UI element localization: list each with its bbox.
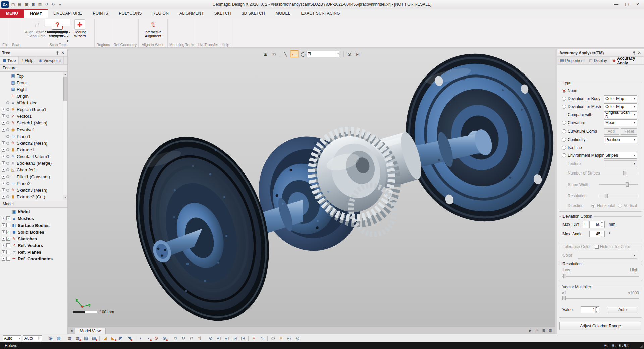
- curve-tool-icon[interactable]: ◖: [137, 335, 144, 342]
- radio-curvature[interactable]: [562, 121, 566, 125]
- pan-icon[interactable]: ⇄: [188, 335, 195, 342]
- radio-deviation-for-body[interactable]: [562, 97, 566, 101]
- zoom-tool-icon[interactable]: ⊙: [207, 335, 214, 342]
- model-item-hridel[interactable]: ▣ hřídel: [1, 208, 63, 215]
- expand-icon[interactable]: [2, 128, 5, 132]
- triangle-tool-icon[interactable]: ◢: [101, 335, 109, 342]
- fit-view-icon[interactable]: ⊡: [306, 51, 339, 57]
- scroll-down-icon[interactable]: ▼: [63, 195, 67, 200]
- tree-item-extrude1[interactable]: ▮ Extrude1: [1, 146, 63, 153]
- visibility-checkbox[interactable]: [6, 230, 10, 234]
- spline-icon[interactable]: ∿: [258, 335, 266, 342]
- expand-icon[interactable]: [2, 114, 5, 118]
- model-view-tab[interactable]: Model View: [75, 328, 106, 334]
- clock-icon[interactable]: ◵: [293, 335, 301, 342]
- zoom-icon[interactable]: ⊙: [345, 50, 354, 57]
- adjust-colorbar-range-button[interactable]: Adjust Colorbar Range: [559, 322, 641, 330]
- visibility-checkbox[interactable]: [6, 223, 10, 227]
- view-tab-close-icon[interactable]: ✕: [535, 329, 539, 332]
- swap-view-icon[interactable]: ⇆: [270, 50, 278, 57]
- 3d-viewport[interactable]: ◇▢◧◫◭⊞⇆▦╲▭◯△∿⊕⊖⊙◰⊡ 100 mm: [68, 49, 555, 327]
- radio-environment-mapping[interactable]: [562, 153, 566, 157]
- rotate-left-icon[interactable]: ↺: [172, 335, 179, 342]
- tab-livecapture[interactable]: LIVECAPTURE: [48, 9, 88, 18]
- radio-vertical[interactable]: [618, 204, 622, 208]
- model-item-sketches[interactable]: ✎ Sketches: [1, 235, 63, 242]
- model-item-ref-coordinates[interactable]: ✛ Ref. Coordinates: [1, 255, 63, 262]
- tree-scrollbar[interactable]: ▲ ▼: [63, 72, 67, 200]
- pin-icon[interactable]: [55, 50, 60, 56]
- expand-icon[interactable]: [2, 141, 5, 145]
- viewport-tool-icon[interactable]: [280, 51, 280, 57]
- tree-item-circular-pattern1[interactable]: ✳ Circular Pattern1: [1, 153, 63, 160]
- expand-icon[interactable]: [2, 237, 5, 241]
- expand-icon[interactable]: [2, 257, 5, 261]
- zoom-fit-icon[interactable]: ◱: [223, 335, 230, 342]
- tab-properties[interactable]: ▤Properties: [557, 57, 586, 64]
- tree-item-extrude2[interactable]: ▮ Extrude2 (Cut): [1, 193, 63, 200]
- new-view-icon[interactable]: ⊞: [541, 329, 546, 332]
- expand-icon[interactable]: [2, 188, 5, 192]
- environment-mapping-dropdown[interactable]: Stripes: [604, 152, 637, 159]
- minimize-button[interactable]: —: [611, 1, 621, 8]
- pattern-icon[interactable]: ✳: [277, 335, 285, 342]
- expand-icon[interactable]: [2, 244, 5, 247]
- expand-icon[interactable]: [2, 161, 5, 165]
- tab-menu[interactable]: MENU: [0, 9, 24, 18]
- curvature-dropdown[interactable]: Mean: [604, 119, 637, 126]
- globe-mode-icon[interactable]: ◍: [55, 335, 62, 342]
- close-button[interactable]: ✕: [633, 1, 643, 8]
- visibility-checkbox[interactable]: [6, 250, 10, 254]
- tab-tree[interactable]: ▦Tree: [0, 57, 19, 64]
- radio-none[interactable]: [562, 89, 566, 93]
- tree-item-chamfer1[interactable]: ◺ Chamfer1: [1, 166, 63, 173]
- save-icon[interactable]: ▣: [23, 1, 30, 7]
- maximize-button[interactable]: ▢: [622, 1, 632, 8]
- auto-button[interactable]: Auto: [608, 307, 637, 313]
- tree-item-plane2[interactable]: ▱ Plane2: [1, 180, 63, 187]
- interactive-alignment-button[interactable]: ⇅Interactive Alignment: [140, 19, 166, 38]
- zoom-area-icon[interactable]: ◰: [354, 50, 362, 57]
- vector-multiplier-slider[interactable]: [562, 295, 639, 301]
- continuity-dropdown[interactable]: Position: [604, 136, 637, 143]
- toolbar-icon[interactable]: [64, 336, 64, 341]
- face-tool-icon[interactable]: ◤: [117, 335, 125, 342]
- model-item-surface-bodies[interactable]: ◧ Surface Bodies: [1, 222, 63, 229]
- tab-region[interactable]: REGION: [147, 9, 174, 18]
- tree-item-hridel-dec[interactable]: ▲ hřídel_dec: [1, 99, 63, 106]
- expand-icon[interactable]: [2, 230, 5, 234]
- toolbar-icon[interactable]: [135, 336, 135, 341]
- rotate-right-icon[interactable]: ↻: [180, 335, 187, 342]
- spinner-arrows-icon[interactable]: [595, 307, 599, 313]
- selection-filter-combo-2[interactable]: Auto: [23, 335, 42, 341]
- max-dist-pre-field[interactable]: 1: [583, 221, 588, 228]
- visibility-checkbox[interactable]: [6, 216, 10, 220]
- target-icon[interactable]: ⌖: [250, 335, 258, 342]
- visibility-checkbox[interactable]: [6, 243, 10, 247]
- expand-icon[interactable]: [2, 195, 5, 199]
- select-mode-icon[interactable]: ◉: [47, 335, 54, 342]
- triangle-edit-icon[interactable]: ◣: [109, 335, 117, 342]
- tab-exact-surfacing[interactable]: EXACT SURFACING: [296, 9, 345, 18]
- resolution-quality-slider[interactable]: [562, 273, 639, 279]
- tab-3d-sketch[interactable]: 3D SKETCH: [236, 9, 270, 18]
- zoom-all-icon[interactable]: ◳: [239, 335, 247, 342]
- expand-icon[interactable]: [2, 175, 5, 179]
- expand-icon[interactable]: [2, 108, 5, 111]
- mesh-display-icon[interactable]: ▦: [66, 335, 73, 342]
- capture-view-icon[interactable]: ⊞: [261, 50, 270, 57]
- toolbar-icon[interactable]: [170, 336, 170, 341]
- resolution-slider[interactable]: [599, 193, 638, 199]
- expand-icon[interactable]: [2, 155, 5, 158]
- expand-icon[interactable]: [2, 168, 5, 172]
- scrollbar-thumb[interactable]: [63, 77, 67, 101]
- context-help-button[interactable]: ?Context Help: [45, 19, 70, 26]
- vector-value-spinner[interactable]: 1: [581, 306, 599, 313]
- tab-alignment[interactable]: ALIGNMENT: [174, 9, 209, 18]
- tab-viewpoint[interactable]: ◉Viewpoint: [36, 57, 64, 64]
- curve-edit-icon[interactable]: ◗: [145, 335, 152, 342]
- reset-button[interactable]: Reset: [621, 128, 637, 135]
- tab-display[interactable]: ▢Display: [586, 57, 610, 64]
- quick-access-dropdown-icon[interactable]: ▾: [57, 1, 63, 7]
- scroll-up-icon[interactable]: ▲: [63, 72, 67, 77]
